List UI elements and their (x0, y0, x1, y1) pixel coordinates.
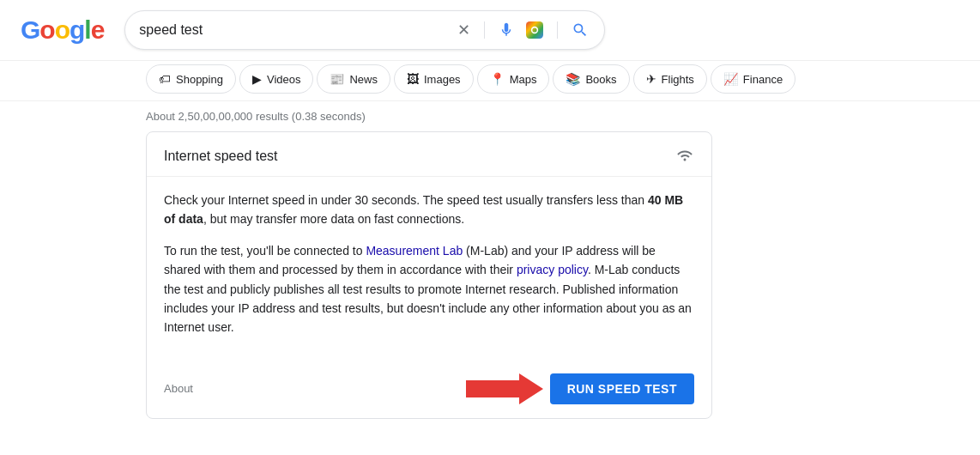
tab-images[interactable]: 🖼 Images (394, 64, 474, 94)
clear-button[interactable]: ✕ (456, 19, 472, 41)
results-info: About 2,50,00,00,000 results (0.38 secon… (0, 101, 980, 131)
run-speed-container: RUN SPEED TEST (466, 373, 694, 404)
card-header: Internet speed test (147, 132, 711, 177)
run-speed-test-button[interactable]: RUN SPEED TEST (550, 373, 694, 404)
mic-icon (499, 20, 514, 40)
wifi-icon (675, 146, 694, 166)
results-count: About 2,50,00,00,000 results (0.38 secon… (146, 110, 366, 123)
lens-icon (526, 21, 543, 39)
privacy-policy-link[interactable]: privacy policy (517, 263, 588, 276)
shopping-icon: 🏷 (159, 72, 171, 86)
tab-finance-label: Finance (743, 73, 783, 86)
tab-images-label: Images (424, 73, 461, 86)
svg-point-2 (533, 27, 537, 32)
videos-icon: ▶ (252, 72, 262, 86)
flights-icon: ✈ (646, 72, 656, 86)
card-title: Internet speed test (164, 149, 278, 164)
mlab-link[interactable]: Measurement Lab (366, 244, 463, 258)
card-body: Check your Internet speed in under 30 se… (147, 177, 711, 363)
tab-maps-label: Maps (510, 73, 537, 86)
tab-shopping[interactable]: 🏷 Shopping (146, 64, 236, 94)
nav-tabs: 🏷 Shopping ▶ Videos 📰 News 🖼 Images 📍 Ma… (0, 61, 980, 101)
speed-test-card: Internet speed test Check your Internet … (146, 131, 712, 419)
about-label: About (164, 382, 193, 395)
tab-shopping-label: Shopping (176, 73, 223, 86)
card-desc-2: To run the test, you'll be connected to … (164, 241, 694, 337)
google-lens-button[interactable] (524, 20, 545, 40)
search-bar: ✕ (124, 10, 605, 50)
tab-books[interactable]: 📚 Books (553, 64, 629, 94)
tab-videos[interactable]: ▶ Videos (239, 64, 314, 94)
google-logo: Google (21, 15, 104, 45)
red-arrow-icon (466, 373, 543, 404)
news-icon: 📰 (330, 72, 344, 86)
books-icon: 📚 (566, 72, 580, 86)
maps-icon: 📍 (490, 72, 505, 86)
tab-books-label: Books (585, 73, 616, 86)
search-icon (572, 21, 589, 39)
microphone-button[interactable] (497, 18, 516, 42)
divider2 (557, 21, 558, 39)
header: Google ✕ (0, 0, 980, 61)
tab-videos-label: Videos (267, 73, 301, 86)
images-icon: 🖼 (407, 72, 419, 86)
main-content: Internet speed test Check your Internet … (0, 131, 980, 419)
card-desc-1: Check your Internet speed in under 30 se… (164, 191, 694, 229)
finance-icon: 📈 (723, 72, 738, 86)
svg-marker-3 (466, 373, 543, 404)
tab-flights[interactable]: ✈ Flights (633, 64, 707, 94)
tab-news-label: News (349, 73, 378, 86)
tab-flights-label: Flights (662, 73, 694, 86)
tab-finance[interactable]: 📈 Finance (711, 64, 795, 94)
tab-maps[interactable]: 📍 Maps (477, 64, 550, 94)
card-footer: About RUN SPEED TEST (147, 363, 711, 418)
search-input[interactable] (139, 22, 447, 38)
search-button[interactable] (570, 20, 590, 40)
tab-news[interactable]: 📰 News (317, 64, 390, 94)
divider (484, 21, 485, 39)
